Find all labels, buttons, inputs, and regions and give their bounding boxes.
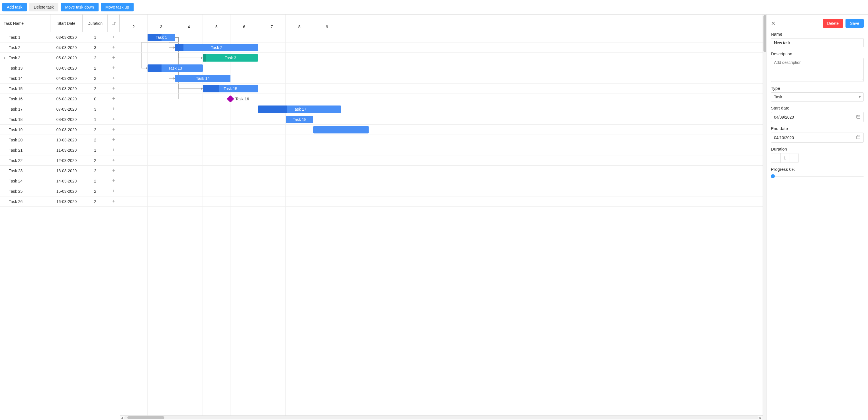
name-field: Name bbox=[771, 32, 864, 47]
chevron-down-icon: ▾ bbox=[859, 95, 861, 99]
table-row[interactable]: Task 20 10-03-2020 2 + bbox=[0, 135, 120, 145]
delete-task-button[interactable]: Delete task bbox=[29, 3, 58, 11]
scroll-right-icon[interactable]: ▶ bbox=[758, 416, 763, 419]
table-row[interactable]: Task 15 05-03-2020 2 + bbox=[0, 84, 120, 94]
svg-rect-0 bbox=[112, 22, 115, 25]
gantt-bar[interactable]: Task 13 bbox=[148, 64, 203, 72]
move-down-button[interactable]: Move task down bbox=[61, 3, 99, 11]
gantt-bar[interactable]: Task 1 bbox=[148, 34, 175, 41]
end-date-value: 04/10/2020 bbox=[774, 135, 794, 140]
gantt-bar[interactable] bbox=[313, 126, 369, 134]
add-subtask-button[interactable]: + bbox=[108, 196, 120, 206]
gantt-bar[interactable]: Task 15 bbox=[203, 85, 258, 92]
cell-start-date: 11-03-2020 bbox=[51, 145, 83, 155]
add-subtask-button[interactable]: + bbox=[108, 156, 120, 165]
col-header-name[interactable]: Task Name bbox=[0, 15, 51, 32]
add-subtask-button[interactable]: + bbox=[108, 94, 120, 104]
table-row[interactable]: Task 16 06-03-2020 0 + bbox=[0, 94, 120, 104]
add-subtask-button[interactable]: + bbox=[108, 135, 120, 145]
add-subtask-button[interactable]: + bbox=[108, 53, 120, 63]
timescale-cell: 3 bbox=[148, 15, 175, 32]
gantt-bar[interactable]: Task 14 bbox=[175, 75, 230, 82]
scroll-left-icon[interactable]: ◀ bbox=[120, 416, 124, 419]
gantt-row: Task 17 bbox=[120, 104, 763, 114]
v-scrollbar[interactable] bbox=[763, 15, 767, 420]
progress-slider[interactable] bbox=[771, 173, 864, 179]
cell-start-date: 04-03-2020 bbox=[51, 73, 83, 83]
close-icon[interactable]: ✕ bbox=[771, 21, 776, 26]
table-row[interactable]: ▸ Task 3 05-03-2020 2 + bbox=[0, 53, 120, 63]
v-scroll-thumb[interactable] bbox=[764, 15, 766, 52]
add-subtask-button[interactable]: + bbox=[108, 186, 120, 196]
gantt-bar-label: Task 3 bbox=[222, 56, 239, 60]
expand-icon[interactable]: ▸ bbox=[4, 56, 7, 59]
gantt-bar[interactable]: Task 2 bbox=[175, 44, 258, 51]
task-grid: Task Name Start Date Duration Task 1 03-… bbox=[0, 15, 120, 420]
cell-start-date: 05-03-2020 bbox=[51, 53, 83, 63]
cell-start-date: 10-03-2020 bbox=[51, 135, 83, 145]
cell-start-date: 16-03-2020 bbox=[51, 196, 83, 206]
table-row[interactable]: Task 21 11-03-2020 1 + bbox=[0, 145, 120, 156]
h-scrollbar[interactable]: ◀ ▶ bbox=[120, 415, 763, 420]
table-row[interactable]: Task 17 07-03-2020 3 + bbox=[0, 104, 120, 114]
gantt-bar[interactable]: Task 18 bbox=[286, 116, 313, 123]
table-row[interactable]: Task 24 14-03-2020 2 + bbox=[0, 176, 120, 186]
gantt-bar[interactable]: Task 17 bbox=[258, 106, 341, 113]
col-header-duration[interactable]: Duration bbox=[83, 15, 108, 32]
add-subtask-button[interactable]: + bbox=[108, 114, 120, 124]
add-subtask-button[interactable]: + bbox=[108, 84, 120, 93]
table-row[interactable]: Task 2 04-03-2020 3 + bbox=[0, 43, 120, 53]
cell-task-name: Task 26 bbox=[0, 196, 51, 206]
stepper-plus-button[interactable]: + bbox=[789, 153, 799, 163]
gantt-body: Task 1 Task 2 Task 3 Task 13 Task 14 Tas… bbox=[120, 32, 763, 415]
cell-duration: 1 bbox=[83, 114, 108, 124]
gantt-bar-label: Task 17 bbox=[290, 107, 309, 111]
start-date-input[interactable]: 04/09/2020 bbox=[771, 112, 864, 122]
h-scroll-thumb[interactable] bbox=[127, 416, 164, 419]
stepper-minus-button[interactable]: − bbox=[771, 153, 780, 163]
add-subtask-button[interactable]: + bbox=[108, 32, 120, 42]
timescale: 23456789 bbox=[120, 15, 763, 32]
table-row[interactable]: Task 22 12-03-2020 2 + bbox=[0, 156, 120, 166]
add-subtask-button[interactable]: + bbox=[108, 176, 120, 186]
gantt-row bbox=[120, 176, 763, 186]
table-row[interactable]: Task 13 03-03-2020 2 + bbox=[0, 63, 120, 73]
add-subtask-button[interactable]: + bbox=[108, 43, 120, 53]
add-subtask-button[interactable]: + bbox=[108, 104, 120, 114]
panel-save-button[interactable]: Save bbox=[845, 19, 864, 28]
cell-task-name: Task 13 bbox=[0, 63, 51, 73]
type-select[interactable]: Task ▾ bbox=[771, 92, 864, 102]
add-subtask-button[interactable]: + bbox=[108, 73, 120, 83]
table-row[interactable]: Task 25 15-03-2020 2 + bbox=[0, 186, 120, 196]
gantt-row: Task 15 bbox=[120, 84, 763, 94]
add-subtask-button[interactable]: + bbox=[108, 124, 120, 135]
cell-start-date: 07-03-2020 bbox=[51, 104, 83, 114]
cell-duration: 0 bbox=[83, 94, 108, 104]
name-input[interactable] bbox=[771, 38, 864, 47]
table-row[interactable]: Task 18 08-03-2020 1 + bbox=[0, 114, 120, 124]
add-subtask-button[interactable]: + bbox=[108, 166, 120, 176]
panel-delete-button[interactable]: Delete bbox=[823, 19, 843, 28]
table-row[interactable]: Task 23 13-03-2020 2 + bbox=[0, 166, 120, 176]
progress-thumb[interactable] bbox=[771, 174, 775, 178]
col-header-add[interactable] bbox=[108, 15, 120, 32]
add-subtask-button[interactable]: + bbox=[108, 145, 120, 155]
move-up-button[interactable]: Move task up bbox=[101, 3, 134, 11]
cell-task-name-text: Task 22 bbox=[9, 158, 23, 163]
table-row[interactable]: Task 26 16-03-2020 2 + bbox=[0, 196, 120, 207]
description-input[interactable] bbox=[771, 58, 864, 82]
cell-task-name-text: Task 18 bbox=[9, 117, 23, 122]
gantt-row bbox=[120, 186, 763, 196]
timescale-cell: 4 bbox=[175, 15, 203, 32]
cell-start-date: 14-03-2020 bbox=[51, 176, 83, 186]
table-row[interactable]: Task 14 04-03-2020 2 + bbox=[0, 73, 120, 84]
add-task-button[interactable]: Add task bbox=[2, 3, 27, 11]
gantt-bar[interactable]: Task 3 bbox=[203, 54, 258, 62]
cell-task-name: Task 15 bbox=[0, 84, 51, 93]
end-date-input[interactable]: 04/10/2020 bbox=[771, 133, 864, 143]
add-subtask-button[interactable]: + bbox=[108, 63, 120, 73]
gantt-milestone[interactable]: Task 16 bbox=[228, 95, 249, 103]
col-header-start[interactable]: Start Date bbox=[51, 15, 83, 32]
table-row[interactable]: Task 19 09-03-2020 2 + bbox=[0, 124, 120, 135]
table-row[interactable]: Task 1 03-03-2020 1 + bbox=[0, 32, 120, 43]
